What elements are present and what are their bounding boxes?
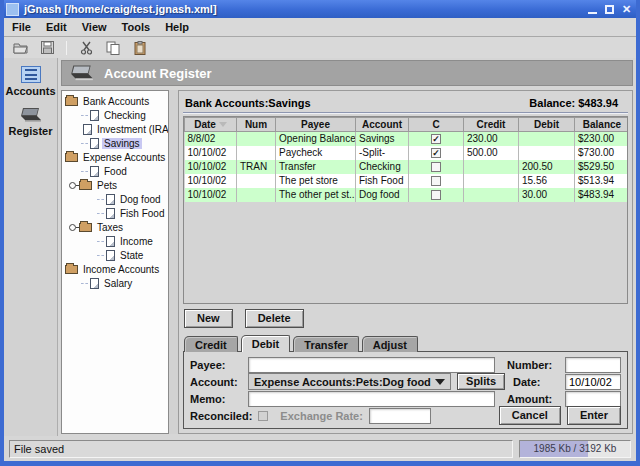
page-title: Account Register	[104, 66, 212, 81]
tree-item-expense-accounts[interactable]: Expense Accounts	[62, 150, 168, 164]
folder-icon	[65, 265, 78, 274]
reconciled-label: Reconciled:	[190, 410, 252, 422]
menu-help[interactable]: Help	[165, 21, 189, 33]
delete-button[interactable]: Delete	[245, 309, 304, 328]
table-row[interactable]: 10/10/02The other pet st...Dog food 30.0…	[185, 188, 629, 202]
maximize-icon[interactable]	[604, 4, 615, 15]
menu-file[interactable]: File	[12, 21, 31, 33]
tree-item-dog-food[interactable]: Dog food	[62, 192, 168, 206]
tree-item-savings[interactable]: Savings	[62, 136, 168, 150]
save-icon[interactable]	[38, 39, 56, 56]
app-icon	[6, 3, 19, 16]
minimize-icon[interactable]	[587, 4, 598, 15]
file-icon	[106, 194, 115, 205]
file-icon	[106, 208, 115, 219]
transaction-table: Date Num Payee Account C Credit Debit Ba…	[184, 117, 628, 202]
cut-icon[interactable]	[77, 39, 95, 56]
cleared-checkbox[interactable]	[431, 176, 441, 186]
menu-view[interactable]: View	[82, 21, 107, 33]
tree-item-salary[interactable]: Salary	[62, 276, 168, 290]
transaction-table-viewport: Date Num Payee Account C Credit Debit Ba…	[183, 116, 628, 304]
col-credit[interactable]: Credit	[464, 118, 519, 132]
new-button[interactable]: New	[184, 309, 233, 328]
number-field[interactable]	[565, 357, 621, 373]
copy-icon[interactable]	[104, 39, 122, 56]
tab-adjust[interactable]: Adjust	[362, 336, 418, 352]
cleared-checkbox[interactable]	[431, 162, 441, 172]
cleared-checkbox[interactable]: ✓	[431, 148, 441, 158]
folder-icon	[65, 153, 78, 162]
col-date[interactable]: Date	[185, 118, 237, 132]
paste-icon[interactable]	[131, 39, 149, 56]
table-row[interactable]: 10/10/02Paycheck-Split- ✓ 500.00$730.00	[185, 146, 629, 160]
sidebar-register-label: Register	[8, 125, 52, 137]
account-dropdown[interactable]: Expense Accounts:Pets:Dog food	[248, 373, 451, 390]
table-row[interactable]: 10/10/02The pet storeFish Food 15.56$513…	[185, 174, 629, 188]
tab-credit[interactable]: Credit	[184, 336, 238, 352]
tree-item-income-accounts[interactable]: Income Accounts	[62, 262, 168, 276]
tree-item-pets[interactable]: Pets	[62, 178, 168, 192]
tree-item-food[interactable]: Food	[62, 164, 168, 178]
file-icon	[90, 110, 99, 121]
cleared-checkbox[interactable]	[431, 190, 441, 200]
main-panel: Account Register Bank Accounts Checking …	[58, 58, 636, 436]
close-icon[interactable]: ✕	[621, 4, 632, 15]
cleared-checkbox[interactable]: ✓	[431, 134, 441, 144]
col-balance[interactable]: Balance	[575, 118, 629, 132]
accounts-list-icon	[21, 66, 41, 83]
tree-item-fish-food[interactable]: Fish Food	[62, 206, 168, 220]
folder-icon	[79, 223, 92, 232]
tab-debit[interactable]: Debit	[241, 335, 291, 352]
enter-button[interactable]: Enter	[567, 406, 621, 425]
cancel-button[interactable]: Cancel	[499, 406, 561, 425]
memo-field[interactable]	[248, 391, 495, 407]
table-row[interactable]: 10/10/02TRANTransferChecking 200.50$529.…	[185, 160, 629, 174]
menu-tools[interactable]: Tools	[122, 21, 151, 33]
col-debit[interactable]: Debit	[519, 118, 575, 132]
memory-monitor[interactable]: 1985 Kb / 3192 Kb	[519, 440, 631, 458]
col-account[interactable]: Account	[356, 118, 409, 132]
tab-transfer[interactable]: Transfer	[293, 336, 358, 352]
expand-handle-icon[interactable]	[69, 182, 76, 189]
tree-splitter[interactable]	[169, 90, 178, 434]
menu-edit[interactable]: Edit	[46, 21, 67, 33]
tree-item-checking[interactable]: Checking	[62, 108, 168, 122]
tree-item-taxes[interactable]: Taxes	[62, 220, 168, 234]
file-icon	[106, 250, 115, 261]
reconciled-checkbox[interactable]	[258, 411, 268, 421]
toolbar-separator	[66, 41, 67, 55]
file-icon	[106, 236, 115, 247]
table-header-row: Date Num Payee Account C Credit Debit Ba…	[185, 118, 629, 132]
date-label: Date:	[513, 376, 559, 388]
account-path-label: Bank Accounts:Savings	[185, 97, 311, 109]
payee-field[interactable]	[248, 357, 495, 373]
sort-descending-icon	[219, 122, 227, 127]
menubar: File Edit View Tools Help	[4, 18, 636, 37]
amount-field[interactable]	[565, 391, 621, 407]
exchange-rate-field[interactable]	[369, 408, 431, 424]
table-row[interactable]: 8/8/02Opening BalanceSavings ✓ 230.00$23…	[185, 132, 629, 146]
col-cleared[interactable]: C	[409, 118, 464, 132]
open-icon[interactable]	[11, 39, 29, 56]
transaction-tabs: Credit Debit Transfer Adjust	[183, 332, 628, 351]
tree-item-bank-accounts[interactable]: Bank Accounts	[62, 94, 168, 108]
splits-button[interactable]: Splits	[457, 373, 505, 390]
register-header-bar: Account Register	[61, 60, 633, 86]
toolbar	[4, 37, 636, 58]
transaction-form: Payee: Number: Account: Expense Accounts…	[183, 351, 628, 429]
account-tree: Bank Accounts Checking Investment (IRA) …	[61, 90, 169, 434]
sidebar-item-register[interactable]: Register	[8, 107, 52, 137]
memory-text: 1985 Kb / 3192 Kb	[520, 441, 630, 457]
application-window: jGnash [/home/craig/test.jgnash.xml] ✕ F…	[0, 0, 640, 466]
titlebar: jGnash [/home/craig/test.jgnash.xml] ✕	[4, 0, 636, 18]
sidebar: Accounts Register	[4, 58, 58, 436]
col-num[interactable]: Num	[237, 118, 276, 132]
register-panel: Bank Accounts:Savings Balance: $483.94 D…	[178, 90, 633, 434]
tree-item-income[interactable]: Income	[62, 234, 168, 248]
tree-item-state[interactable]: State	[62, 248, 168, 262]
tree-item-investment-ira[interactable]: Investment (IRA)	[62, 122, 168, 136]
date-field[interactable]: 10/10/02	[565, 374, 621, 390]
col-payee[interactable]: Payee	[276, 118, 356, 132]
expand-handle-icon[interactable]	[69, 224, 76, 231]
sidebar-item-accounts[interactable]: Accounts	[5, 66, 55, 97]
